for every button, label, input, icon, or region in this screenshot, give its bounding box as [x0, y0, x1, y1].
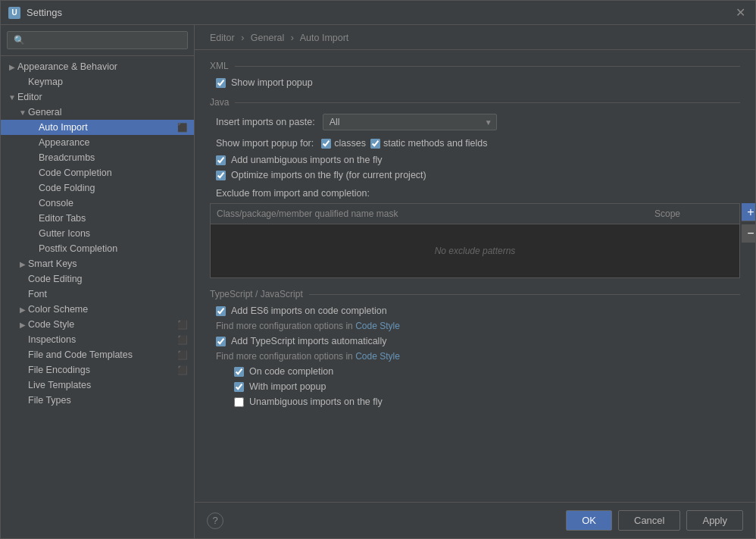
- with-import-popup-row: With import popup: [210, 381, 740, 392]
- optimize-imports-checkbox[interactable]: [216, 171, 226, 180]
- unambiguous-imports-checkbox[interactable]: [234, 397, 244, 407]
- sidebar-item-code-completion[interactable]: Code Completion: [1, 165, 194, 180]
- ok-button[interactable]: OK: [566, 510, 612, 531]
- table-header: Class/package/member qualified name mask…: [211, 204, 739, 224]
- add-unambiguous-label[interactable]: Add unambiguous imports on the fly: [231, 155, 382, 165]
- sidebar-item-label: Code Editing: [28, 274, 188, 284]
- sidebar-item-auto-import[interactable]: Auto Import ⬛: [1, 120, 194, 135]
- add-typescript-checkbox[interactable]: [216, 337, 226, 346]
- find-more-2: Find more configuration options in Code …: [210, 351, 740, 362]
- help-button[interactable]: ?: [207, 512, 223, 529]
- optimize-imports-label[interactable]: Optimize imports on the fly (for current…: [231, 170, 426, 180]
- settings-icon: ⬛: [177, 123, 188, 133]
- sidebar-item-label: Code Folding: [39, 183, 188, 193]
- sidebar-item-editor-tabs[interactable]: Editor Tabs: [1, 211, 194, 226]
- show-import-popup-checkbox[interactable]: [216, 78, 226, 88]
- settings-window: U Settings ✕ ▶ Appearance & Behavior Key…: [0, 0, 756, 539]
- breadcrumb-part2: General: [251, 33, 284, 43]
- insert-imports-row: Insert imports on paste: All Ask None ▼: [210, 114, 740, 130]
- add-pattern-button[interactable]: +: [742, 203, 755, 221]
- sidebar-item-font[interactable]: Font: [1, 287, 194, 302]
- show-import-popup-label[interactable]: Show import popup: [231, 77, 313, 88]
- with-import-popup-checkbox[interactable]: [234, 382, 244, 392]
- sidebar-item-label: Code Style: [28, 319, 174, 330]
- static-methods-label[interactable]: static methods and fields: [383, 138, 488, 149]
- unambiguous-imports-row: Unambiguous imports on the fly: [210, 396, 740, 407]
- settings-tree: ▶ Appearance & Behavior Keymap ▼ Editor …: [1, 56, 194, 538]
- sidebar-item-label: File and Code Templates: [28, 349, 174, 360]
- exclude-label: Exclude from import and completion:: [210, 188, 740, 199]
- add-unambiguous-row: Add unambiguous imports on the fly: [210, 155, 740, 165]
- unambiguous-imports-label[interactable]: Unambiguous imports on the fly: [249, 396, 383, 407]
- sidebar-item-label: Code Completion: [39, 168, 188, 178]
- sidebar-item-code-folding[interactable]: Code Folding: [1, 180, 194, 196]
- exclude-table-section: Exclude from import and completion: Clas…: [210, 188, 740, 278]
- cancel-button[interactable]: Cancel: [618, 510, 680, 531]
- sidebar-item-label: Appearance: [39, 137, 188, 148]
- on-code-completion-checkbox[interactable]: [234, 367, 244, 377]
- sidebar-item-label: Live Templates: [28, 380, 188, 390]
- col1-header: Class/package/member qualified name mask: [211, 207, 648, 221]
- classes-checkbox-group: classes: [321, 138, 366, 149]
- remove-pattern-button[interactable]: −: [742, 224, 755, 243]
- sidebar-item-file-encodings[interactable]: File Encodings ⬛: [1, 362, 194, 378]
- sidebar-item-console[interactable]: Console: [1, 196, 194, 211]
- sidebar-item-gutter-icons[interactable]: Gutter Icons: [1, 226, 194, 241]
- classes-label[interactable]: classes: [334, 138, 366, 149]
- settings-icon: ⬛: [177, 350, 188, 360]
- expand-arrow: ▶: [17, 321, 28, 329]
- add-es6-row: Add ES6 imports on code completion: [210, 306, 740, 316]
- sidebar-item-color-scheme[interactable]: ▶ Color Scheme: [1, 302, 194, 317]
- sidebar-item-keymap[interactable]: Keymap: [1, 74, 194, 89]
- with-import-popup-label[interactable]: With import popup: [249, 381, 326, 392]
- sidebar-item-file-code-templates[interactable]: File and Code Templates ⬛: [1, 347, 194, 362]
- on-code-completion-row: On code completion: [210, 366, 740, 377]
- code-style-link-2[interactable]: Code Style: [355, 351, 400, 362]
- sidebar-item-file-types[interactable]: File Types: [1, 393, 194, 408]
- sidebar-item-live-templates[interactable]: Live Templates: [1, 378, 194, 393]
- add-es6-checkbox[interactable]: [216, 306, 226, 316]
- search-box: [1, 25, 194, 56]
- add-typescript-label[interactable]: Add TypeScript imports automatically: [231, 336, 386, 346]
- sidebar-item-label: Inspections: [28, 334, 174, 345]
- sidebar-item-label: Editor Tabs: [39, 213, 188, 224]
- add-es6-label[interactable]: Add ES6 imports on code completion: [231, 306, 387, 316]
- add-typescript-row: Add TypeScript imports automatically: [210, 336, 740, 346]
- col2-header: Scope: [648, 207, 739, 221]
- add-unambiguous-checkbox[interactable]: [216, 155, 226, 165]
- on-code-completion-label[interactable]: On code completion: [249, 366, 333, 377]
- sidebar-item-label: Breadcrumbs: [39, 152, 188, 163]
- classes-checkbox[interactable]: [321, 139, 331, 149]
- code-style-link-1[interactable]: Code Style: [355, 321, 400, 331]
- exclude-table-wrapper: Class/package/member qualified name mask…: [210, 203, 740, 278]
- sidebar-item-breadcrumbs[interactable]: Breadcrumbs: [1, 150, 194, 165]
- optimize-imports-row: Optimize imports on the fly (for current…: [210, 170, 740, 180]
- show-import-popup-row: Show import popup: [210, 77, 740, 88]
- app-icon: U: [8, 7, 20, 19]
- sidebar-item-general[interactable]: ▼ General: [1, 105, 194, 120]
- sidebar-item-label: Auto Import: [39, 122, 174, 133]
- sidebar-item-inspections[interactable]: Inspections ⬛: [1, 332, 194, 347]
- insert-imports-select[interactable]: All Ask None: [323, 114, 497, 130]
- sidebar-item-appearance-behavior[interactable]: ▶ Appearance & Behavior: [1, 59, 194, 74]
- apply-button[interactable]: Apply: [686, 510, 743, 531]
- settings-icon: ⬛: [177, 320, 188, 330]
- sidebar-item-code-style[interactable]: ▶ Code Style ⬛: [1, 317, 194, 332]
- sidebar-item-editor[interactable]: ▼ Editor: [1, 89, 194, 105]
- typescript-section-label: TypeScript / JavaScript: [210, 289, 740, 299]
- sidebar-item-smart-keys[interactable]: ▶ Smart Keys: [1, 256, 194, 271]
- java-section-label: Java: [210, 97, 740, 108]
- search-input[interactable]: [7, 31, 188, 49]
- footer-left: ?: [207, 512, 560, 529]
- static-methods-checkbox[interactable]: [370, 139, 380, 149]
- sidebar-item-label: Console: [39, 198, 188, 208]
- close-button[interactable]: ✕: [733, 5, 748, 20]
- sidebar-item-code-editing[interactable]: Code Editing: [1, 271, 194, 287]
- expand-arrow: ▶: [17, 306, 28, 314]
- sidebar-item-postfix-completion[interactable]: Postfix Completion: [1, 241, 194, 256]
- sidebar-item-label: File Encodings: [28, 365, 174, 375]
- sidebar-item-label: Postfix Completion: [39, 243, 188, 254]
- xml-section-label: XML: [210, 61, 740, 71]
- sidebar-item-appearance[interactable]: Appearance: [1, 135, 194, 150]
- settings-icon: ⬛: [177, 335, 188, 345]
